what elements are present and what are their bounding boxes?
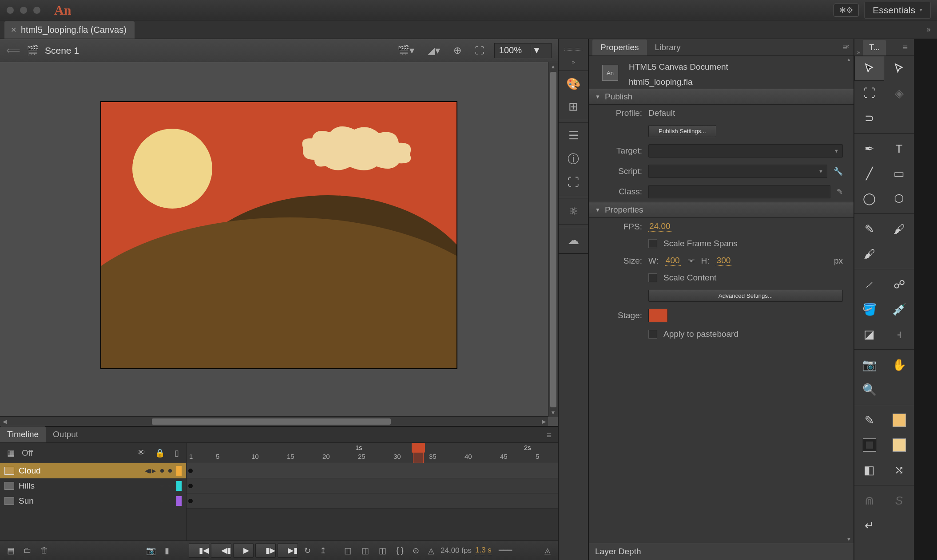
class-input[interactable]	[648, 185, 830, 198]
panel-menu-icon[interactable]: ≡	[903, 43, 908, 52]
lock-dot[interactable]	[168, 484, 172, 488]
onion-icon[interactable]: ◫	[341, 546, 354, 556]
visibility-dot[interactable]	[160, 484, 164, 488]
playhead[interactable]	[413, 443, 424, 463]
stage-area[interactable]: ▲ ▼ ◀ ▶	[0, 62, 558, 426]
brush-tool-icon[interactable]: 🖌	[884, 217, 914, 241]
bind-tool-icon[interactable]: ☍	[884, 272, 914, 297]
scale-content-checkbox[interactable]	[648, 273, 657, 282]
fps-display[interactable]: 24.00 fps	[441, 546, 472, 555]
color-panel-icon[interactable]: 🎨	[566, 77, 580, 91]
zoom-dropdown[interactable]: 100% ▼	[494, 43, 552, 58]
info-panel-icon[interactable]: ⓘ	[568, 151, 579, 167]
fill-color-swatch[interactable]	[884, 433, 914, 457]
publish-settings-button[interactable]: Publish Settings...	[648, 125, 716, 137]
scroll-left-icon[interactable]: ◀	[0, 418, 9, 425]
layer-color-swatch[interactable]	[176, 481, 182, 491]
frame-ruler[interactable]: 1s 2s 1 5 10 15 20 25 30 35 40 45 5	[187, 443, 558, 463]
time-display[interactable]: 1.3 s	[475, 546, 492, 555]
tools-tab[interactable]: T...	[863, 40, 886, 55]
keyframe[interactable]	[188, 484, 193, 488]
line-tool-icon[interactable]: ╱	[854, 161, 884, 186]
stage-color-swatch[interactable]	[648, 309, 668, 322]
dock-handle-icon[interactable]	[564, 48, 582, 51]
visibility-dot[interactable]	[160, 499, 164, 503]
layer-color-swatch[interactable]	[176, 466, 182, 476]
text-tool-icon[interactable]: T	[884, 136, 914, 161]
smooth-option-icon[interactable]: S	[884, 488, 914, 513]
align-panel-icon[interactable]: ☰	[568, 129, 579, 142]
components-panel-icon[interactable]: ⚛	[568, 205, 579, 218]
tab-output[interactable]: Output	[46, 426, 85, 442]
edit-multiple-icon[interactable]: ◫	[376, 546, 389, 556]
tab-timeline[interactable]: Timeline	[0, 426, 46, 442]
delete-layer-icon[interactable]: 🗑	[38, 546, 51, 555]
vertical-scrollbar[interactable]: ▲ ▼	[548, 62, 558, 417]
next-frame-icon[interactable]: ▮▶	[255, 543, 276, 558]
horizontal-scrollbar[interactable]: ◀ ▶	[0, 416, 548, 426]
timeline-view-icon[interactable]: ◬	[542, 546, 553, 556]
document-tab[interactable]: ✕ html5_looping.fla (Canvas)	[4, 21, 135, 39]
scroll-right-icon[interactable]: ▶	[539, 418, 548, 425]
scroll-up-icon[interactable]: ▲	[846, 57, 853, 62]
height-value[interactable]: 300	[716, 256, 732, 266]
pencil-tool-icon[interactable]: ✎	[854, 217, 884, 241]
eraser-tool-icon[interactable]: ◪	[854, 322, 884, 347]
polystar-tool-icon[interactable]: ⬡	[884, 186, 914, 211]
swap-colors-icon[interactable]: ⤭	[884, 457, 914, 482]
onion-skin-icon[interactable]: ▦	[4, 448, 17, 458]
snap-option-icon[interactable]: ⋒	[854, 488, 884, 513]
twirl-down-icon[interactable]: ▼	[595, 207, 600, 213]
zoom-tool-icon[interactable]: 🔍	[854, 377, 884, 402]
prev-frame-icon[interactable]: ◀▮	[211, 543, 231, 558]
selection-tool-icon[interactable]	[854, 56, 884, 81]
camera-icon[interactable]: 📷	[143, 546, 159, 556]
cloud-shape[interactable]	[297, 124, 417, 173]
rectangle-tool-icon[interactable]: ▭	[884, 161, 914, 186]
hill-front-shape[interactable]	[100, 217, 457, 369]
frame-row[interactable]	[187, 478, 558, 493]
oval-tool-icon[interactable]: ◯	[854, 186, 884, 211]
layer-row[interactable]: Hills	[0, 478, 186, 493]
wrench-icon[interactable]: 🔧	[834, 167, 843, 176]
new-layer-icon[interactable]: ▤	[4, 546, 17, 556]
scale-frame-spans-checkbox[interactable]	[648, 239, 657, 248]
lasso-tool-icon[interactable]: ⊃	[854, 106, 884, 130]
close-window-icon[interactable]	[6, 6, 14, 14]
lock-column-icon[interactable]: 🔒	[152, 448, 167, 458]
canvas-stage[interactable]	[100, 101, 457, 369]
lock-dot[interactable]	[168, 469, 172, 473]
layer-color-swatch[interactable]	[176, 496, 182, 506]
center-stage-icon[interactable]: ⊕	[450, 43, 465, 58]
scrollbar-thumb[interactable]	[152, 418, 390, 425]
tab-properties[interactable]: Properties	[592, 39, 647, 55]
loop-icon[interactable]: ↻	[302, 546, 314, 556]
layer-name[interactable]: Sun	[19, 496, 134, 506]
sun-shape[interactable]	[132, 129, 212, 209]
export-icon[interactable]: ↥	[317, 546, 329, 556]
advanced-settings-button[interactable]: Advanced Settings...	[648, 290, 843, 302]
layer-name[interactable]: Hills	[19, 481, 134, 491]
3d-rotation-tool-icon[interactable]: ◈	[884, 81, 914, 106]
workspace-switcher[interactable]: Essentials ▾	[864, 2, 931, 19]
width-tool-icon[interactable]: ⫞	[884, 322, 914, 347]
scene-name[interactable]: Scene 1	[45, 45, 79, 56]
scroll-down-icon[interactable]: ▼	[846, 536, 853, 542]
stroke-color-swap-icon[interactable]: ✎	[854, 408, 884, 433]
layer-depth-panel-header[interactable]: Layer Depth	[589, 543, 854, 560]
pencil-icon[interactable]: ✎	[837, 187, 843, 197]
panel-menu-icon[interactable]: ≡	[842, 43, 847, 52]
scrub-icon[interactable]: ◬	[425, 546, 437, 556]
clip-content-icon[interactable]: ⛶	[471, 43, 488, 58]
sync-settings-button[interactable]: ✻⚙	[834, 4, 859, 17]
tab-library[interactable]: Library	[647, 39, 689, 55]
back-icon[interactable]: ⟸	[6, 45, 20, 56]
zoom-slider[interactable]: ━━━	[499, 546, 512, 555]
bone-tool-icon[interactable]: ⟋	[854, 272, 884, 297]
panel-menu-icon[interactable]: ≡	[547, 430, 552, 440]
keyframe[interactable]	[188, 469, 193, 473]
frames-area[interactable]: 1s 2s 1 5 10 15 20 25 30 35 40 45 5	[187, 443, 558, 540]
transform-panel-icon[interactable]: ⛶	[568, 176, 579, 189]
subselection-tool-icon[interactable]	[884, 56, 914, 81]
cc-libraries-icon[interactable]: ☁	[568, 233, 579, 247]
